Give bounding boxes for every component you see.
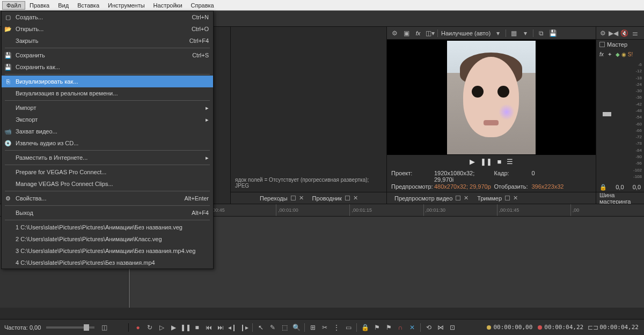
misc-icon[interactable]: ⊡ (448, 324, 457, 331)
play-icon[interactable]: ▶ (169, 324, 178, 331)
file-menu-item[interactable]: 2 C:\Users\slate\Pictures\Pictures\Анима… (2, 233, 213, 245)
tab-explorer[interactable]: Проводник✕ (308, 193, 362, 203)
stop-icon[interactable]: ■ (497, 158, 502, 166)
tab-video-preview[interactable]: Предпросмотр видео✕ (390, 193, 473, 203)
menu-icon[interactable]: ☰ (507, 158, 513, 166)
auto-ripple-icon[interactable]: ⟲ (424, 324, 434, 331)
file-menu-item[interactable]: Экспорт▸ (2, 114, 213, 125)
normal-edit-icon[interactable]: ↖ (256, 324, 266, 331)
prev-frame-icon[interactable]: ◂❙ (228, 324, 237, 331)
preview-quality-dropdown[interactable]: Наилучшее (авто) (441, 30, 491, 36)
close-icon[interactable]: ✕ (513, 195, 518, 202)
menu-edit[interactable]: Правка (25, 1, 54, 10)
external-monitor-icon[interactable]: ▣ (402, 29, 411, 38)
close-icon[interactable]: ✕ (464, 195, 469, 202)
go-start-icon[interactable]: ⏮ (204, 324, 214, 331)
snap-icon[interactable]: ∩ (396, 324, 405, 331)
tool2-icon[interactable]: ✂ (320, 324, 330, 331)
file-menu-item[interactable]: 4 C:\Users\slate\Pictures\Pictures\Без н… (2, 257, 213, 269)
stop-icon[interactable]: ■ (192, 324, 202, 331)
rate-reset-icon[interactable]: ◫ (100, 323, 108, 332)
file-menu-item[interactable]: 💾СохранитьCtrl+S (2, 49, 213, 61)
saveas-icon: 💾 (4, 64, 12, 71)
file-menu-item[interactable]: ⚙Свойства...Alt+Enter (2, 192, 213, 204)
file-menu-item[interactable]: 📹Захват видео... (2, 125, 213, 137)
selection-edit-icon[interactable]: ⬚ (280, 324, 289, 331)
selection-length[interactable]: ⊏⊐00:00:04,22 (589, 323, 639, 332)
file-menu-item[interactable]: 3 C:\Users\slate\Pictures\Pictures\Анима… (2, 245, 213, 257)
file-menu-item[interactable]: ВыходAlt+F4 (2, 207, 213, 219)
auto-crossfade-icon[interactable]: ⋈ (436, 324, 445, 331)
preview-tabs: Предпросмотр видео✕ Триммер✕ (387, 192, 596, 204)
undock-icon[interactable] (505, 196, 510, 200)
close-icon[interactable]: ✕ (353, 195, 358, 202)
chevron-down-icon[interactable]: ▾ (494, 29, 502, 38)
undock-icon[interactable] (345, 196, 350, 200)
gear-icon[interactable]: ⚙ (390, 29, 399, 38)
dim-icon[interactable]: 🔇 (620, 29, 628, 38)
tool3-icon[interactable]: ⋮ (332, 324, 341, 331)
insert-fx-icon[interactable]: ✦ (605, 50, 614, 58)
undock-icon[interactable] (291, 196, 296, 200)
file-menu-item[interactable]: ⎘Визуализировать как... (2, 76, 213, 87)
master-tab[interactable]: Шина мастеринга (596, 192, 644, 204)
meter-tick: -84 (628, 148, 642, 153)
file-menu-item[interactable]: Разместить в Интернете...▸ (2, 152, 213, 163)
file-menu-item[interactable]: ЗакрытьCtrl+F4 (2, 35, 213, 47)
tool4-icon[interactable]: ▭ (343, 324, 353, 331)
fx-icon[interactable]: fx (599, 51, 604, 57)
file-menu-item[interactable]: Импорт▸ (2, 102, 213, 114)
go-end-icon[interactable]: ⏭ (216, 324, 225, 331)
solo-icon[interactable]: S! (628, 51, 633, 57)
lock-icon[interactable]: 🔒 (360, 324, 370, 331)
cursor-position[interactable]: 00:00:00,00 (487, 324, 532, 331)
pause-icon[interactable]: ❚❚ (180, 324, 190, 331)
chevron-down-icon[interactable]: ▾ (521, 29, 530, 38)
menu-view[interactable]: Вид (54, 1, 73, 10)
file-menu-item[interactable]: 💾Сохранить как... (2, 61, 213, 73)
marker-in-icon[interactable]: ⚑ (372, 324, 382, 331)
copy-snapshot-icon[interactable]: ⧉ (537, 29, 545, 38)
save-snapshot-icon[interactable]: 💾 (548, 29, 557, 38)
next-frame-icon[interactable]: ❙▸ (239, 324, 249, 331)
gear-icon[interactable]: ⚙ (598, 29, 607, 38)
play-icon[interactable]: ▶ (470, 158, 475, 166)
marker-out-icon[interactable]: ⚑ (384, 324, 393, 331)
automation-icon[interactable]: ◆ (616, 51, 620, 57)
file-menu-item[interactable]: Prepare for VEGAS Pro Connect... (2, 166, 213, 178)
rate-slider[interactable] (46, 326, 94, 329)
menu-tools[interactable]: Инструменты (104, 1, 149, 10)
play-start-icon[interactable]: ▷ (157, 324, 166, 331)
tab-transitions[interactable]: Переходы✕ (255, 193, 308, 203)
undock-icon[interactable] (456, 196, 460, 200)
zoom-edit-icon[interactable]: 🔍 (291, 324, 301, 331)
split-screen-icon[interactable]: ◫▾ (426, 29, 434, 38)
menu-file[interactable]: Файл (2, 1, 25, 10)
tool1-icon[interactable]: ⊞ (308, 324, 318, 331)
file-menu-item[interactable]: ▢Создать...Ctrl+N (2, 11, 213, 23)
fader-thumb[interactable] (603, 112, 611, 116)
file-menu-item[interactable]: 1 C:\Users\slate\Pictures\Pictures\Анима… (2, 221, 213, 233)
selection-end[interactable]: 00:00:04,22 (538, 324, 583, 331)
record-icon[interactable]: ● (133, 324, 143, 331)
menu-settings[interactable]: Настройки (149, 1, 187, 10)
loop-icon[interactable]: ↻ (145, 324, 155, 331)
file-menu-item[interactable]: Manage VEGAS Pro Connect Clips... (2, 178, 213, 190)
close-icon[interactable]: ✕ (299, 195, 304, 202)
faders-icon[interactable]: ⚌ (631, 29, 639, 38)
lock-icon[interactable]: 🔒 (599, 184, 607, 191)
mute-icon[interactable]: ◉ (621, 51, 626, 57)
fx-icon[interactable]: fx (414, 29, 422, 38)
file-menu-item[interactable]: 💿Извлечь аудио из CD... (2, 137, 213, 149)
overlays-icon[interactable]: ▦ (509, 29, 518, 38)
menu-help[interactable]: Справка (187, 1, 218, 10)
quantize-icon[interactable]: ✕ (407, 324, 417, 331)
pause-icon[interactable]: ❚❚ (480, 158, 492, 166)
envelope-edit-icon[interactable]: ✎ (268, 324, 277, 331)
file-menu-item[interactable]: 📂Открыть...Ctrl+O (2, 23, 213, 35)
meter-tick: -78 (628, 141, 642, 146)
downmix-icon[interactable]: ▶◀ (609, 29, 618, 38)
tab-trimmer[interactable]: Триммер✕ (473, 193, 522, 203)
file-menu-item[interactable]: Визуализация в реальном времени... (2, 87, 213, 99)
menu-insert[interactable]: Вставка (73, 1, 104, 10)
